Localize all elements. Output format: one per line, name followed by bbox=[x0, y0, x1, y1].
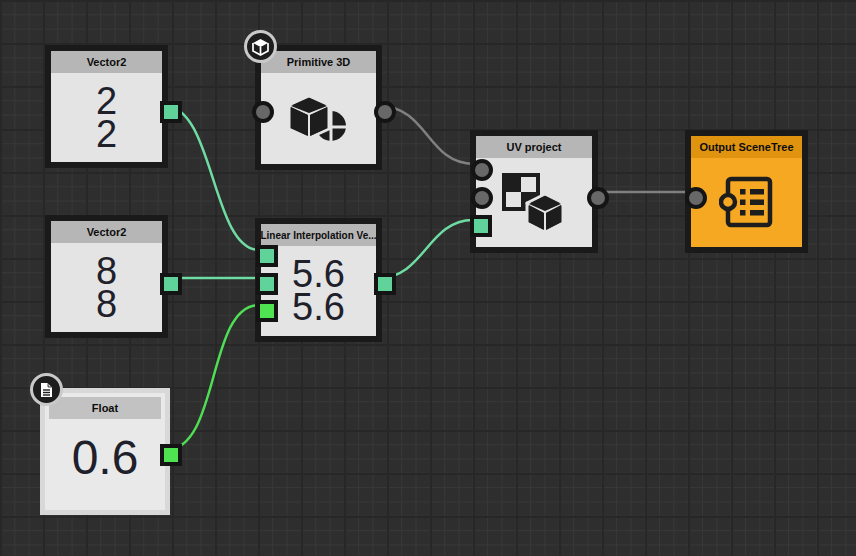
input-port-2[interactable] bbox=[471, 187, 493, 209]
input-port-2[interactable] bbox=[256, 273, 278, 295]
node-title: Vector2 bbox=[87, 56, 127, 68]
node-body: 2 2 bbox=[51, 73, 162, 162]
node-float[interactable]: Float 0.6 bbox=[40, 388, 170, 515]
output-port[interactable] bbox=[587, 187, 609, 209]
wire-float-to-lerp[interactable] bbox=[166, 305, 259, 450]
node-value: 0.6 bbox=[72, 434, 139, 482]
input-port-3[interactable] bbox=[256, 300, 278, 322]
node-header[interactable]: Vector2 bbox=[51, 51, 162, 73]
node-value: 8 bbox=[96, 288, 117, 321]
output-port[interactable] bbox=[160, 273, 182, 295]
node-header[interactable]: Output SceneTree bbox=[691, 136, 802, 158]
node-title: Output SceneTree bbox=[699, 141, 793, 153]
node-title: UV project bbox=[506, 141, 561, 153]
uv-project-icon bbox=[501, 172, 567, 234]
node-header[interactable]: Vector2 bbox=[51, 221, 162, 243]
node-title: Linear Interpolation Ve... bbox=[261, 230, 376, 241]
node-body: 0.6 bbox=[45, 419, 165, 510]
node-title: Float bbox=[92, 402, 118, 414]
input-port-1[interactable] bbox=[252, 101, 274, 123]
node-graph-canvas[interactable]: Vector2 2 2 Primitive 3D bbox=[0, 0, 856, 556]
output-port[interactable] bbox=[160, 101, 182, 123]
node-body: 8 8 bbox=[51, 243, 162, 332]
node-uv-project[interactable]: UV project bbox=[470, 130, 598, 253]
node-body bbox=[476, 158, 592, 247]
node-vector2-a[interactable]: Vector2 2 2 bbox=[45, 45, 168, 168]
primitive-3d-icon bbox=[286, 94, 352, 144]
node-value: 2 bbox=[96, 118, 117, 151]
node-header[interactable]: Float bbox=[49, 397, 161, 419]
node-title: Primitive 3D bbox=[287, 56, 351, 68]
wire-vector2a-to-lerp[interactable] bbox=[165, 106, 259, 250]
output-port[interactable] bbox=[374, 273, 396, 295]
node-primitive-3d[interactable]: Primitive 3D bbox=[255, 45, 382, 170]
input-port-3[interactable] bbox=[470, 215, 492, 237]
wire-lerp-to-uvproject[interactable] bbox=[379, 220, 473, 278]
scene-tree-icon bbox=[719, 176, 775, 230]
node-title: Vector2 bbox=[87, 226, 127, 238]
node-header[interactable]: Linear Interpolation Ve... bbox=[261, 224, 376, 246]
node-linear-interpolation[interactable]: Linear Interpolation Ve... 5.6 5.6 bbox=[255, 218, 382, 342]
node-body: 5.6 5.6 bbox=[261, 246, 376, 336]
cube-badge-icon bbox=[244, 30, 277, 63]
output-port[interactable] bbox=[160, 444, 182, 466]
input-port-1[interactable] bbox=[256, 245, 278, 267]
node-header[interactable]: Primitive 3D bbox=[261, 51, 376, 73]
node-vector2-b[interactable]: Vector2 8 8 bbox=[45, 215, 168, 338]
node-output-scenetree[interactable]: Output SceneTree bbox=[685, 130, 808, 253]
node-body bbox=[691, 158, 802, 247]
node-header[interactable]: UV project bbox=[476, 136, 592, 158]
node-value: 5.6 bbox=[292, 291, 345, 324]
input-port-1[interactable] bbox=[471, 159, 493, 181]
output-port[interactable] bbox=[374, 101, 396, 123]
document-badge-icon bbox=[30, 373, 63, 406]
node-body bbox=[261, 73, 376, 164]
input-port-1[interactable] bbox=[685, 187, 707, 209]
